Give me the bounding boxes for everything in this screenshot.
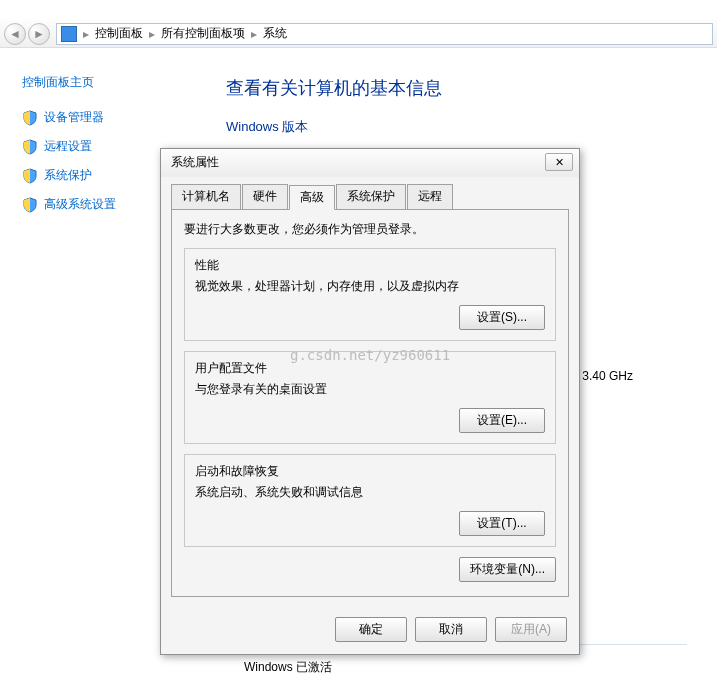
nav-buttons: ◄ ► [4, 23, 50, 45]
tabpanel-advanced: 要进行大多数更改，您必须作为管理员登录。 性能 视觉效果，处理器计划，内存使用，… [171, 209, 569, 597]
system-properties-dialog: 系统属性 ✕ 计算机名 硬件 高级 系统保护 远程 要进行大多数更改，您必须作为… [160, 148, 580, 655]
sidebar-item-label: 系统保护 [44, 167, 92, 184]
sidebar-item-device-manager[interactable]: 设备管理器 [22, 109, 186, 126]
tab-hardware[interactable]: 硬件 [242, 184, 288, 209]
performance-settings-button[interactable]: 设置(S)... [459, 305, 545, 330]
breadcrumb-item[interactable]: 所有控制面板项 [161, 25, 245, 42]
dialog-titlebar: 系统属性 ✕ [161, 149, 579, 177]
tab-computer-name[interactable]: 计算机名 [171, 184, 241, 209]
close-icon: ✕ [555, 156, 564, 169]
shield-icon [22, 168, 38, 184]
ok-button[interactable]: 确定 [335, 617, 407, 642]
control-panel-home-link[interactable]: 控制面板主页 [22, 74, 186, 91]
sidebar-item-label: 远程设置 [44, 138, 92, 155]
tabs: 计算机名 硬件 高级 系统保护 远程 [171, 184, 569, 210]
shield-icon [22, 197, 38, 213]
startup-recovery-settings-button[interactable]: 设置(T)... [459, 511, 545, 536]
address-bar: ◄ ► ▸ 控制面板 ▸ 所有控制面板项 ▸ 系统 [0, 20, 717, 48]
dialog-footer: 确定 取消 应用(A) [161, 607, 579, 654]
group-user-profiles: 用户配置文件 与您登录有关的桌面设置 设置(E)... [184, 351, 556, 444]
shield-icon [22, 110, 38, 126]
sidebar-item-label: 设备管理器 [44, 109, 104, 126]
group-desc: 系统启动、系统失败和调试信息 [195, 484, 545, 501]
breadcrumb-item[interactable]: 系统 [263, 25, 287, 42]
group-title: 用户配置文件 [195, 360, 545, 377]
activation-status: Windows 已激活 [244, 659, 687, 676]
breadcrumb-item[interactable]: 控制面板 [95, 25, 143, 42]
dialog-title: 系统属性 [171, 154, 219, 171]
close-button[interactable]: ✕ [545, 153, 573, 171]
tab-advanced[interactable]: 高级 [289, 185, 335, 210]
tab-remote[interactable]: 远程 [407, 184, 453, 209]
group-title: 性能 [195, 257, 545, 274]
group-desc: 与您登录有关的桌面设置 [195, 381, 545, 398]
group-startup-recovery: 启动和故障恢复 系统启动、系统失败和调试信息 设置(T)... [184, 454, 556, 547]
back-button[interactable]: ◄ [4, 23, 26, 45]
environment-variables-button[interactable]: 环境变量(N)... [459, 557, 556, 582]
user-profile-settings-button[interactable]: 设置(E)... [459, 408, 545, 433]
dialog-body: 计算机名 硬件 高级 系统保护 远程 要进行大多数更改，您必须作为管理员登录。 … [161, 177, 579, 607]
group-desc: 视觉效果，处理器计划，内存使用，以及虚拟内存 [195, 278, 545, 295]
page-heading: 查看有关计算机的基本信息 [226, 76, 687, 100]
windows-edition-title: Windows 版本 [226, 118, 687, 136]
apply-button[interactable]: 应用(A) [495, 617, 567, 642]
control-panel-icon [61, 26, 77, 42]
cancel-button[interactable]: 取消 [415, 617, 487, 642]
group-title: 启动和故障恢复 [195, 463, 545, 480]
admin-note: 要进行大多数更改，您必须作为管理员登录。 [184, 221, 556, 238]
group-performance: 性能 视觉效果，处理器计划，内存使用，以及虚拟内存 设置(S)... [184, 248, 556, 341]
shield-icon [22, 139, 38, 155]
tab-system-protection[interactable]: 系统保护 [336, 184, 406, 209]
sidebar-item-label: 高级系统设置 [44, 196, 116, 213]
forward-button[interactable]: ► [28, 23, 50, 45]
breadcrumb[interactable]: ▸ 控制面板 ▸ 所有控制面板项 ▸ 系统 [56, 23, 713, 45]
